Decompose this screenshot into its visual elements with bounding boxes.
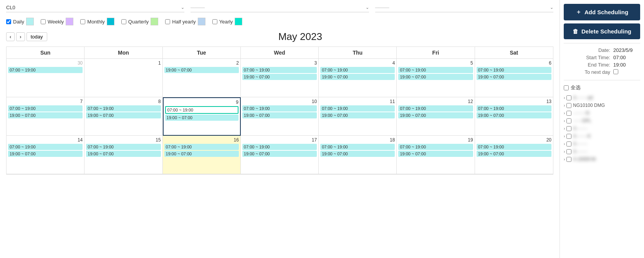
event[interactable]: 07:00 ~ 19:00	[320, 67, 395, 73]
event[interactable]: 19:00 ~ 07:00	[398, 151, 473, 157]
filter-weekly-checkbox[interactable]	[41, 19, 46, 24]
event[interactable]: 19:00 ~ 07:00	[477, 151, 551, 157]
event[interactable]: 07:00 ~ 19:00	[477, 105, 551, 112]
filter-yearly[interactable]: Yearly	[212, 18, 243, 25]
filter-monthly-checkbox[interactable]	[80, 19, 85, 24]
event[interactable]: 07:00 ~ 19:00	[242, 67, 317, 73]
event[interactable]: 19:00 ~ 07:00	[242, 74, 317, 80]
device-checkbox[interactable]	[566, 157, 571, 162]
calendar-cell-12[interactable]: 12 07:00 ~ 19:00 19:00 ~ 07:00	[397, 97, 475, 136]
calendar-cell-1[interactable]: 1	[84, 59, 162, 97]
event[interactable]: 19:00 ~ 07:00	[8, 151, 83, 157]
chevron-icon[interactable]: ›	[564, 103, 565, 108]
event[interactable]: 07:00 ~ 19:00	[398, 67, 473, 73]
filter-quarterly-checkbox[interactable]	[121, 19, 126, 24]
event[interactable]: 07:00 ~ 19:00	[8, 144, 83, 150]
calendar-cell-15[interactable]: 15 07:00 ~ 19:00 19:00 ~ 07:00	[84, 136, 162, 174]
filter-daily[interactable]: Daily	[6, 18, 34, 25]
calendar-cell-4[interactable]: 4 07:00 ~ 19:00 19:00 ~ 07:00	[319, 59, 397, 97]
dropdown-3-arrow[interactable]: ⌄	[550, 5, 553, 10]
device-checkbox[interactable]	[566, 95, 571, 100]
event[interactable]: 19:00 ~ 07:00	[164, 151, 239, 157]
event-selected[interactable]: 07:00 ~ 19:00	[165, 106, 238, 114]
event[interactable]: 19:00 ~ 07:00	[320, 112, 395, 118]
list-item[interactable]: › A·10000·M·	[564, 156, 640, 162]
event[interactable]: 07:00 ~ 19:00	[477, 144, 551, 150]
calendar-cell-30[interactable]: 30 07:00 ~ 19:00	[7, 59, 84, 97]
event[interactable]: 07:00 ~ 19:00	[320, 144, 395, 150]
calendar-cell-6[interactable]: 6 07:00 ~ 19:00 19:00 ~ 07:00	[475, 59, 553, 97]
event[interactable]: 07:00 ~ 19:00	[398, 105, 473, 112]
list-item[interactable]: › A·········	[564, 149, 640, 154]
calendar-cell-9[interactable]: 9 07:00 ~ 19:00 19:00 ~ 07:00	[163, 97, 241, 136]
filter-halfyearly-checkbox[interactable]	[165, 19, 170, 24]
chevron-icon[interactable]: ›	[564, 127, 565, 131]
next-button[interactable]: ›	[16, 32, 25, 41]
calendar-cell-20[interactable]: 20 07:00 ~ 19:00 19:00 ~ 07:00	[475, 136, 553, 174]
chevron-icon[interactable]: ›	[564, 96, 565, 100]
event[interactable]: 19:00 ~ 07:00	[242, 151, 317, 157]
event[interactable]: 19:00 ~ 07:00	[320, 74, 395, 80]
calendar-cell-8[interactable]: 8 07:00 ~ 19:00 19:00 ~ 07:00	[84, 97, 162, 136]
event[interactable]: 19:00 ~ 07:00	[8, 112, 83, 118]
filter-halfyearly[interactable]: Half yearly	[165, 18, 205, 25]
add-scheduling-button[interactable]: ＋ Add Scheduling	[564, 4, 640, 20]
calendar-cell-7[interactable]: 7 07:00 ~ 19:00 19:00 ~ 07:00	[7, 97, 84, 136]
chevron-icon[interactable]: ›	[564, 134, 565, 138]
event[interactable]: 19:00 ~ 07:00	[477, 74, 551, 80]
dropdown-2[interactable]: ──── ⌄	[190, 5, 369, 12]
calendar-cell-11[interactable]: 11 07:00 ~ 19:00 19:00 ~ 07:00	[319, 97, 397, 136]
select-all-checkbox[interactable]	[564, 85, 569, 90]
event[interactable]: 19:00 ~ 07:00	[86, 112, 161, 118]
event[interactable]: 19:00 ~ 07:00	[86, 151, 161, 157]
next-day-checkbox[interactable]	[613, 69, 618, 74]
event[interactable]: 19:00 ~ 07:00	[398, 74, 473, 80]
calendar-cell-10[interactable]: 10 07:00 ~ 19:00 19:00 ~ 07:00	[241, 97, 319, 136]
event[interactable]: 07:00 ~ 19:00	[242, 144, 317, 150]
chevron-icon[interactable]: ›	[564, 142, 565, 146]
chevron-icon[interactable]: ›	[564, 119, 565, 123]
device-checkbox[interactable]	[566, 111, 571, 116]
list-item[interactable]: › A·········K	[564, 133, 640, 139]
chevron-icon[interactable]: ›	[564, 111, 565, 115]
device-checkbox[interactable]	[566, 126, 571, 131]
list-item[interactable]: › ··········N	[564, 110, 640, 116]
dropdown-1-arrow[interactable]: ⌄	[181, 5, 184, 10]
filter-weekly[interactable]: Weekly	[41, 18, 73, 25]
calendar-cell-3[interactable]: 3 07:00 ~ 19:00 19:00 ~ 07:00	[241, 59, 319, 97]
prev-button[interactable]: ‹	[6, 32, 15, 41]
dropdown-3[interactable]: ──── ⌄	[375, 5, 553, 12]
event[interactable]: 07:00 ~ 19:00	[8, 67, 83, 73]
device-checkbox[interactable]	[566, 118, 571, 123]
event[interactable]: 19:00 ~ 07:00	[398, 112, 473, 118]
event[interactable]: 19:00 ~ 07:00	[320, 151, 395, 157]
event[interactable]: 07:00 ~ 19:00	[8, 105, 83, 112]
event[interactable]: 07:00 ~ 19:00	[320, 105, 395, 112]
event[interactable]: 07:00 ~ 19:00	[242, 105, 317, 112]
filter-quarterly[interactable]: Quarterly	[121, 18, 158, 25]
today-button[interactable]: today	[26, 32, 47, 41]
event[interactable]: 07:00 ~ 19:00	[398, 144, 473, 150]
filter-yearly-checkbox[interactable]	[212, 19, 217, 24]
event[interactable]: 07:00 ~ 19:00	[86, 105, 161, 112]
list-item[interactable]: › A·········	[564, 126, 640, 131]
event[interactable]: 07:00 ~ 19:00	[86, 144, 161, 150]
device-checkbox[interactable]	[566, 134, 571, 139]
event[interactable]: 19:00 ~ 07:00	[242, 112, 317, 118]
calendar-cell-19[interactable]: 19 07:00 ~ 19:00 19:00 ~ 07:00	[397, 136, 475, 174]
calendar-cell-5[interactable]: 5 07:00 ~ 19:00 19:00 ~ 07:00	[397, 59, 475, 97]
calendar-cell-2[interactable]: 2 19:00 ~ 07:00	[163, 59, 241, 97]
event[interactable]: 19:00 ~ 07:00	[164, 67, 239, 73]
list-item[interactable]: › A·········ad	[564, 95, 640, 100]
chevron-icon[interactable]: ›	[564, 150, 565, 154]
device-checkbox[interactable]	[566, 141, 571, 146]
device-checkbox[interactable]	[566, 103, 571, 108]
calendar-cell-16[interactable]: 16 07:00 ~ 19:00 19:00 ~ 07:00	[163, 136, 241, 174]
calendar-cell-18[interactable]: 18 07:00 ~ 19:00 19:00 ~ 07:00	[319, 136, 397, 174]
calendar-cell-17[interactable]: 17 07:00 ~ 19:00 19:00 ~ 07:00	[241, 136, 319, 174]
calendar-cell-14[interactable]: 14 07:00 ~ 19:00 19:00 ~ 07:00	[7, 136, 84, 174]
list-item[interactable]: › A·········	[564, 141, 640, 146]
device-checkbox[interactable]	[566, 149, 571, 154]
calendar-cell-13[interactable]: 13 07:00 ~ 19:00 19:00 ~ 07:00	[475, 97, 553, 136]
event[interactable]: 19:00 ~ 07:00	[165, 115, 238, 121]
